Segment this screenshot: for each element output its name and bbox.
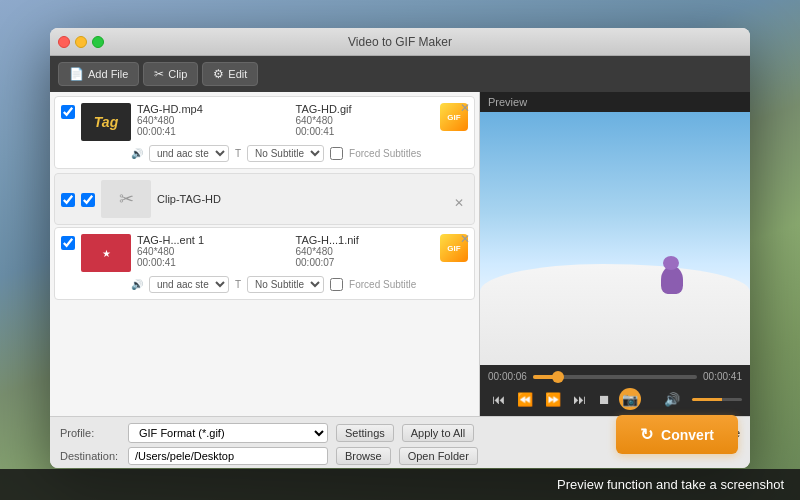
- file-1-source-dur: 00:00:41: [137, 126, 276, 137]
- file-1-audio-select[interactable]: und aac ste: [149, 145, 229, 162]
- convert-button[interactable]: ↻ Convert: [616, 415, 738, 454]
- clip-label: Clip: [168, 68, 187, 80]
- file-1-source-name: TAG-HD.mp4: [137, 103, 276, 115]
- dest-label: Destination:: [60, 450, 120, 462]
- preview-panel: Preview 00:00:06 00:00:41: [480, 92, 750, 416]
- screenshot-button[interactable]: 📷: [619, 388, 641, 410]
- file-2-output: TAG-H...1.nif 640*480 00:00:07: [296, 234, 435, 268]
- file-1-output: TAG-HD.gif 640*480 00:00:41: [296, 103, 435, 137]
- profile-select[interactable]: GIF Format (*.gif): [128, 423, 328, 443]
- file-1-output-name: TAG-HD.gif: [296, 103, 435, 115]
- skip-start-button[interactable]: ⏮: [488, 390, 509, 409]
- file-2-source-name: TAG-H...ent 1: [137, 234, 276, 246]
- clip-button[interactable]: ✂ Clip: [143, 62, 198, 86]
- app-window: Video to GIF Maker 📄 Add File ✂ Clip ⚙ E…: [50, 28, 750, 468]
- minimize-button[interactable]: [75, 36, 87, 48]
- file-1-forced-sub-checkbox[interactable]: [330, 147, 343, 160]
- file-1-forced-sub-label: Forced Subtitles: [349, 148, 421, 159]
- file-1-options: 🔊 und aac ste T No Subtitle Forced Subti…: [131, 145, 468, 162]
- file-1-close[interactable]: ✕: [460, 101, 470, 115]
- file-2-sub-icon: T: [235, 279, 241, 290]
- close-button[interactable]: [58, 36, 70, 48]
- file-2-audio-icon: 🔊: [131, 279, 143, 290]
- file-2-source: TAG-H...ent 1 640*480 00:00:41: [137, 234, 276, 268]
- file-1-thumbnail-text: Tag: [94, 114, 118, 130]
- titlebar: Video to GIF Maker: [50, 28, 750, 56]
- file-2-audio-select[interactable]: und aac ste: [149, 276, 229, 293]
- file-2-subtitle-select[interactable]: No Subtitle: [247, 276, 324, 293]
- file-1-info: TAG-HD.mp4 640*480 00:00:41 TAG-HD.gif 6…: [137, 103, 434, 137]
- file-2-source-res: 640*480: [137, 246, 276, 257]
- add-file-button[interactable]: 📄 Add File: [58, 62, 139, 86]
- volume-button[interactable]: 🔊: [660, 390, 684, 409]
- settings-button[interactable]: Settings: [336, 424, 394, 442]
- file-item-2: ★ TAG-H...ent 1 640*480 00:00:41 TAG-H..…: [54, 227, 475, 300]
- preview-label: Preview: [480, 92, 750, 112]
- clip-icon: ✂: [154, 67, 164, 81]
- time-current: 00:00:06: [488, 371, 527, 382]
- timeline-bar[interactable]: [533, 375, 697, 379]
- file-1-output-res: 640*480: [296, 115, 435, 126]
- convert-section: ↻ Convert: [616, 415, 738, 454]
- maximize-button[interactable]: [92, 36, 104, 48]
- convert-label: Convert: [661, 427, 714, 443]
- volume-slider[interactable]: [692, 398, 742, 401]
- add-file-icon: 📄: [69, 67, 84, 81]
- file-list[interactable]: Tag TAG-HD.mp4 640*480 00:00:41 TAG-HD.g…: [50, 92, 480, 416]
- file-1-output-dur: 00:00:41: [296, 126, 435, 137]
- preview-video: [480, 112, 750, 365]
- clip-1-close[interactable]: ✕: [454, 196, 464, 210]
- skip-end-button[interactable]: ⏭: [569, 390, 590, 409]
- file-1-sub-icon: T: [235, 148, 241, 159]
- preview-scene: [480, 112, 750, 365]
- controls-row: ⏮ ⏪ ⏩ ⏭ ⏹ 📷 🔊: [488, 388, 742, 410]
- dest-input[interactable]: [128, 447, 328, 465]
- timeline: 00:00:06 00:00:41: [488, 371, 742, 382]
- purple-figure: [661, 266, 683, 294]
- file-1-source: TAG-HD.mp4 640*480 00:00:41: [137, 103, 276, 137]
- file-1-source-res: 640*480: [137, 115, 276, 126]
- add-file-label: Add File: [88, 68, 128, 80]
- clip-1-name: Clip-TAG-HD: [157, 193, 221, 205]
- file-2-info: TAG-H...ent 1 640*480 00:00:41 TAG-H...1…: [137, 234, 434, 268]
- browse-button[interactable]: Browse: [336, 447, 391, 465]
- file-2-checkbox[interactable]: [61, 236, 75, 250]
- playback-controls: 00:00:06 00:00:41 ⏮ ⏪ ⏩ ⏭ ⏹ 📷 🔊: [480, 365, 750, 416]
- file-2-source-dur: 00:00:41: [137, 257, 276, 268]
- file-2-thumbnail: ★: [81, 234, 131, 272]
- time-total: 00:00:41: [703, 371, 742, 382]
- clip-1-checkbox2[interactable]: [81, 193, 95, 207]
- clip-1-checkbox[interactable]: [61, 193, 75, 207]
- timeline-thumb: [552, 371, 564, 383]
- profile-label: Profile:: [60, 427, 120, 439]
- snow-ground: [480, 264, 750, 365]
- edit-icon: ⚙: [213, 67, 224, 81]
- file-2-options: 🔊 und aac ste T No Subtitle Forced Subti…: [131, 276, 468, 293]
- file-2-output-dur: 00:00:07: [296, 257, 435, 268]
- file-2-output-res: 640*480: [296, 246, 435, 257]
- tooltip-text: Preview function and take a screenshot: [557, 477, 784, 492]
- convert-icon: ↻: [640, 425, 653, 444]
- file-2-forced-sub-checkbox[interactable]: [330, 278, 343, 291]
- stop-button[interactable]: ⏹: [594, 390, 615, 409]
- main-content: Tag TAG-HD.mp4 640*480 00:00:41 TAG-HD.g…: [50, 92, 750, 416]
- file-1-subtitle-select[interactable]: No Subtitle: [247, 145, 324, 162]
- file-1-thumbnail: Tag: [81, 103, 131, 141]
- file-item-2-header: ★ TAG-H...ent 1 640*480 00:00:41 TAG-H..…: [61, 234, 468, 272]
- file-2-close[interactable]: ✕: [460, 232, 470, 246]
- prev-frame-button[interactable]: ⏪: [513, 390, 537, 409]
- clip-item-1: ✂ Clip-TAG-HD ✕: [54, 173, 475, 225]
- fast-forward-button[interactable]: ⏩: [541, 390, 565, 409]
- traffic-lights: [58, 36, 104, 48]
- toolbar: 📄 Add File ✂ Clip ⚙ Edit: [50, 56, 750, 92]
- file-item-1-header: Tag TAG-HD.mp4 640*480 00:00:41 TAG-HD.g…: [61, 103, 468, 141]
- file-2-forced-sub-label: Forced Subtitle: [349, 279, 416, 290]
- open-folder-button[interactable]: Open Folder: [399, 447, 478, 465]
- edit-button[interactable]: ⚙ Edit: [202, 62, 258, 86]
- file-1-checkbox[interactable]: [61, 105, 75, 119]
- tooltip-bar: Preview function and take a screenshot: [0, 469, 800, 500]
- window-title: Video to GIF Maker: [348, 35, 452, 49]
- edit-label: Edit: [228, 68, 247, 80]
- file-1-audio-icon: 🔊: [131, 148, 143, 159]
- apply-all-button[interactable]: Apply to All: [402, 424, 474, 442]
